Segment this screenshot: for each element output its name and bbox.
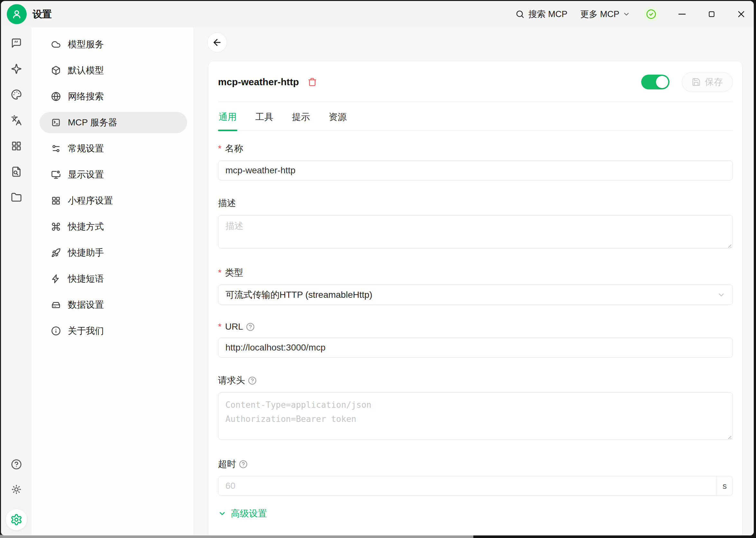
field-description: 描述 — [218, 197, 733, 250]
sidebar-item-label: 数据设置 — [68, 299, 104, 311]
field-name: * 名称 — [218, 142, 733, 181]
server-header-actions: 保存 — [641, 72, 733, 92]
grid-icon — [51, 196, 61, 205]
server-tabs: 通用 工具 提示 资源 — [218, 106, 733, 131]
type-select-value: 可流式传输的HTTP (streamableHttp) — [225, 289, 372, 301]
user-icon — [11, 8, 23, 20]
sidebar-item-label: 小程序设置 — [68, 194, 113, 207]
sidebar-item-quick-phrases[interactable]: 快捷短语 — [39, 268, 187, 290]
sidebar-item-web-search[interactable]: 网络搜索 — [39, 86, 187, 107]
package-icon — [51, 66, 61, 75]
file-search-icon[interactable] — [11, 166, 22, 177]
sliders-icon — [51, 144, 61, 153]
timeout-label-row: 超时 — [218, 458, 733, 470]
sidebar-item-miniapp-settings[interactable]: 小程序设置 — [39, 190, 187, 211]
check-circle-icon — [646, 9, 656, 19]
zap-icon — [51, 274, 61, 284]
sidebar-item-label: 模型服务 — [68, 38, 104, 50]
tab-general[interactable]: 通用 — [218, 106, 237, 130]
user-avatar[interactable] — [7, 4, 27, 24]
url-input[interactable] — [218, 338, 733, 357]
chevron-down-icon — [717, 291, 726, 299]
tab-tools[interactable]: 工具 — [255, 106, 274, 130]
name-label-row: * 名称 — [218, 142, 733, 155]
server-name-title: mcp-weather-http — [218, 77, 299, 87]
description-label-row: 描述 — [218, 197, 733, 209]
help-icon[interactable] — [11, 459, 22, 470]
sidebar-item-quick-assistant[interactable]: 快捷助手 — [39, 242, 187, 263]
search-mcp-label: 搜索 MCP — [528, 8, 567, 20]
save-button[interactable]: 保存 — [682, 72, 733, 92]
sidebar-item-general-settings[interactable]: 常规设置 — [39, 138, 187, 159]
headers-textarea[interactable] — [218, 392, 733, 440]
theme-sun-icon[interactable] — [11, 484, 22, 495]
sidebar-item-label: 关于我们 — [68, 325, 104, 337]
field-url: * URL — [218, 322, 733, 357]
timeout-help-icon[interactable] — [239, 460, 247, 468]
sparkle-assistant-icon[interactable] — [11, 63, 22, 74]
sidebar-item-about-us[interactable]: 关于我们 — [39, 320, 187, 342]
settings-nav-active[interactable] — [6, 509, 27, 530]
field-headers: 请求头 — [218, 374, 733, 441]
chat-icon[interactable] — [11, 38, 22, 49]
palette-icon[interactable] — [11, 89, 22, 100]
panel-gutter — [194, 27, 196, 535]
server-enabled-toggle[interactable] — [641, 75, 670, 89]
minimize-button[interactable] — [675, 7, 689, 22]
app-title: 设置 — [32, 8, 52, 21]
chevron-down-icon — [622, 10, 630, 18]
timeout-input[interactable] — [218, 476, 717, 496]
url-help-icon[interactable] — [246, 323, 255, 331]
name-input[interactable] — [218, 160, 733, 181]
apps-grid-icon[interactable] — [11, 140, 22, 151]
advanced-settings-toggle[interactable]: 高级设置 — [218, 508, 733, 520]
info-icon — [51, 326, 61, 336]
back-button[interactable] — [207, 32, 227, 52]
required-asterisk: * — [218, 268, 222, 278]
translate-icon[interactable] — [11, 115, 22, 126]
delete-server-icon[interactable] — [307, 77, 317, 87]
description-textarea[interactable] — [218, 215, 733, 248]
sidebar-item-label: 显示设置 — [68, 169, 104, 181]
search-mcp-button[interactable]: 搜索 MCP — [515, 8, 567, 20]
sidebar-item-label: MCP 服务器 — [68, 116, 117, 129]
gear-icon — [10, 513, 23, 526]
sidebar-item-label: 常规设置 — [68, 142, 104, 155]
sidebar-item-shortcuts[interactable]: 快捷方式 — [39, 216, 187, 237]
close-button[interactable] — [734, 7, 749, 22]
sidebar-item-default-model[interactable]: 默认模型 — [39, 60, 187, 81]
field-timeout: 超时 s — [218, 458, 733, 496]
minimize-icon — [677, 9, 687, 19]
name-label: 名称 — [225, 142, 243, 155]
tab-prompts[interactable]: 提示 — [291, 106, 311, 130]
headers-label: 请求头 — [218, 374, 245, 387]
folder-icon[interactable] — [11, 192, 22, 203]
chevron-down-icon — [218, 510, 226, 518]
sidebar-item-label: 网络搜索 — [68, 90, 104, 103]
type-select[interactable]: 可流式传输的HTTP (streamableHttp) — [218, 285, 733, 305]
nav-rail — [1, 27, 31, 535]
hard-drive-icon — [51, 300, 61, 310]
search-icon — [515, 10, 524, 19]
sidebar-item-mcp-servers[interactable]: MCP 服务器 — [39, 112, 187, 133]
maximize-button[interactable] — [704, 7, 719, 22]
save-button-label: 保存 — [705, 76, 723, 88]
more-mcp-dropdown[interactable]: 更多 MCP — [580, 8, 630, 20]
toggle-knob — [656, 76, 668, 88]
headers-label-row: 请求头 — [218, 374, 733, 387]
headers-help-icon[interactable] — [248, 376, 257, 385]
url-label: URL — [225, 322, 243, 332]
arrow-left-icon — [212, 37, 222, 48]
sidebar-item-label: 默认模型 — [68, 64, 104, 77]
required-asterisk: * — [218, 143, 222, 154]
sidebar-item-label: 快捷助手 — [68, 247, 104, 259]
type-label-row: * 类型 — [218, 267, 733, 279]
sidebar-item-data-settings[interactable]: 数据设置 — [39, 294, 187, 315]
command-icon — [51, 222, 61, 232]
sidebar-item-label: 快捷方式 — [68, 221, 104, 233]
settings-menu: 模型服务 默认模型 网络搜索 — [31, 27, 194, 535]
status-check-badge[interactable] — [644, 7, 659, 22]
sidebar-item-model-services[interactable]: 模型服务 — [39, 34, 187, 55]
tab-resources[interactable]: 资源 — [328, 106, 347, 130]
sidebar-item-display-settings[interactable]: 显示设置 — [39, 164, 187, 185]
